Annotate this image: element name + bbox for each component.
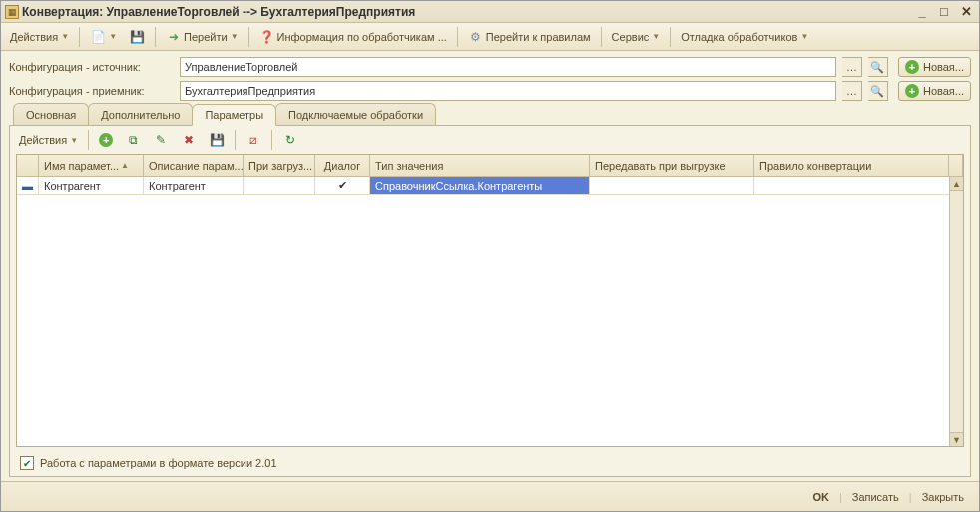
separator	[271, 130, 272, 150]
grid-actions-menu[interactable]: Действия▼	[14, 129, 83, 151]
dest-input[interactable]: БухгалтерияПредприятия	[180, 81, 836, 101]
diskette-icon: 💾	[209, 132, 225, 148]
row-indicator: ▬	[17, 177, 39, 195]
filter-off-icon: ⧄	[245, 132, 261, 148]
delete-icon: ✖	[181, 132, 197, 148]
tab-label: Параметры	[205, 109, 263, 121]
chevron-down-icon: ▼	[61, 32, 69, 41]
grid-refresh-button[interactable]: ↻	[277, 129, 303, 151]
source-select-button[interactable]: …	[842, 57, 862, 77]
cell-name[interactable]: Контрагент	[39, 177, 144, 195]
cell-rule[interactable]	[754, 177, 963, 195]
info-label: Информация по обработчикам ...	[277, 31, 447, 43]
version-checkbox[interactable]: ✔	[20, 456, 34, 470]
debug-menu[interactable]: Отладка обработчиков▼	[676, 26, 813, 48]
dest-new-button[interactable]: +Новая...	[898, 81, 971, 101]
cell-transfer[interactable]	[590, 177, 754, 195]
cell-desc[interactable]: Контрагент	[144, 177, 244, 195]
source-value: УправлениеТорговлей	[185, 61, 297, 73]
table-row[interactable]: ▬ Контрагент Контрагент ✔ СправочникСсыл…	[17, 177, 963, 195]
new-label: Новая...	[923, 85, 964, 97]
col-label: Правило конвертации	[759, 160, 871, 172]
chevron-down-icon: ▼	[800, 32, 808, 41]
document-arrow-icon: 📄	[90, 29, 106, 45]
separator	[601, 27, 602, 47]
cell-dialog[interactable]: ✔	[315, 177, 370, 195]
grid-copy-button[interactable]: ⧉	[120, 129, 146, 151]
diskette-icon: 💾	[129, 29, 145, 45]
gear-icon: ⚙	[468, 29, 484, 45]
col-label: Передавать при выгрузке	[595, 160, 726, 172]
grid-body: ▬ Контрагент Контрагент ✔ СправочникСсыл…	[17, 177, 963, 446]
rules-button[interactable]: ⚙Перейти к правилам	[463, 26, 596, 48]
minimize-button[interactable]: _	[913, 4, 931, 20]
tab-main[interactable]: Основная	[13, 103, 89, 125]
go-arrow-icon: ➜	[166, 29, 182, 45]
separator	[88, 130, 89, 150]
maximize-button[interactable]: □	[935, 4, 953, 20]
open-button[interactable]: 📄▼	[85, 26, 122, 48]
window-title: Конвертация: УправлениеТорговлей --> Бух…	[22, 5, 913, 19]
info-button[interactable]: ❓Информация по обработчикам ...	[254, 26, 452, 48]
dest-lookup-button[interactable]: 🔍	[868, 81, 888, 101]
plus-icon: +	[905, 60, 919, 74]
grid-scrollbar[interactable]: ▲ ▼	[949, 177, 963, 446]
refresh-icon: ↻	[282, 132, 298, 148]
grid-delete-button[interactable]: ✖	[176, 129, 202, 151]
close-button[interactable]: Закрыть	[917, 489, 969, 505]
params-grid: Имя парамет...▲ Описание парам... При за…	[16, 154, 964, 447]
tab-params[interactable]: Параметры	[192, 104, 276, 126]
source-input[interactable]: УправлениеТорговлей	[180, 57, 836, 77]
go-label: Перейти	[184, 31, 228, 43]
dest-row: Конфигурация - приемник: БухгалтерияПред…	[9, 81, 971, 101]
grid-filter-button[interactable]: ⧄	[241, 129, 266, 151]
separator	[670, 27, 671, 47]
service-menu[interactable]: Сервис▼	[607, 26, 666, 48]
separator	[79, 27, 80, 47]
source-lookup-button[interactable]: 🔍	[868, 57, 888, 77]
tab-plugins[interactable]: Подключаемые обработки	[275, 103, 436, 125]
tab-label: Основная	[26, 109, 76, 121]
sort-asc-icon: ▲	[121, 161, 129, 170]
separator	[248, 27, 249, 47]
col-label: Тип значения	[375, 160, 443, 172]
grid-col-transfer[interactable]: Передавать при выгрузке	[590, 155, 754, 176]
grid-col-scroll	[949, 155, 963, 176]
grid-save-button[interactable]: 💾	[204, 129, 230, 151]
main-toolbar: Действия▼ 📄▼ 💾 ➜Перейти▼ ❓Информация по …	[1, 23, 979, 51]
plus-icon: +	[905, 84, 919, 98]
scroll-down-icon[interactable]: ▼	[950, 432, 963, 446]
save-button[interactable]: Записать	[847, 489, 904, 505]
plus-icon: +	[99, 133, 113, 147]
grid-add-button[interactable]: +	[94, 129, 118, 151]
grid-col-name[interactable]: Имя парамет...▲	[39, 155, 144, 176]
grid-col-onload[interactable]: При загруз...	[244, 155, 315, 176]
grid-col-desc[interactable]: Описание парам...	[144, 155, 244, 176]
grid-col-rule[interactable]: Правило конвертации	[754, 155, 949, 176]
scroll-up-icon[interactable]: ▲	[950, 177, 963, 191]
debug-label: Отладка обработчиков	[681, 31, 797, 43]
cell-type[interactable]: СправочникСсылка.Контрагенты	[370, 177, 590, 195]
service-label: Сервис	[612, 31, 650, 43]
ok-button[interactable]: OK	[807, 489, 834, 505]
actions-menu[interactable]: Действия▼	[5, 26, 74, 48]
cell-onload[interactable]	[244, 177, 315, 195]
close-button[interactable]: ✕	[957, 4, 975, 20]
grid-edit-button[interactable]: ✎	[148, 129, 174, 151]
search-icon: 🔍	[869, 83, 885, 99]
tab-extra[interactable]: Дополнительно	[88, 103, 193, 125]
grid-toolbar: Действия▼ + ⧉ ✎ ✖ 💾 ⧄ ↻	[10, 126, 970, 154]
dest-select-button[interactable]: …	[842, 81, 862, 101]
grid-col-indicator[interactable]	[17, 155, 39, 176]
actions-label: Действия	[10, 31, 58, 43]
grid-col-type[interactable]: Тип значения	[370, 155, 590, 176]
grid-col-dialog[interactable]: Диалог	[315, 155, 370, 176]
save-button[interactable]: 💾	[124, 26, 150, 48]
col-label: При загруз...	[248, 160, 312, 172]
col-label: Имя парамет...	[44, 160, 119, 172]
row-marker-icon: ▬	[22, 180, 33, 192]
source-new-button[interactable]: +Новая...	[898, 57, 971, 77]
go-menu[interactable]: ➜Перейти▼	[161, 26, 244, 48]
col-label: Диалог	[324, 160, 360, 172]
tab-label: Подключаемые обработки	[288, 109, 423, 121]
